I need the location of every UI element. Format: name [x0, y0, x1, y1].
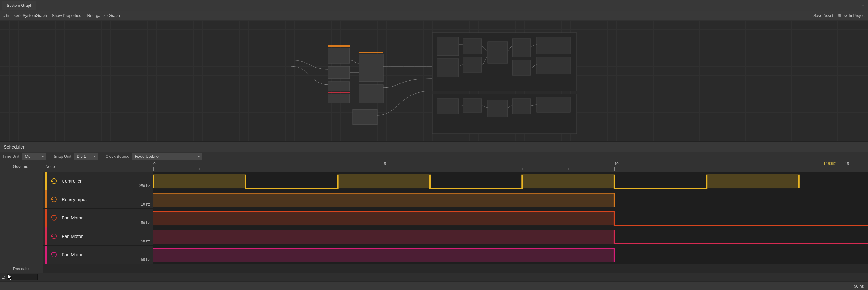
svg-rect-25: [537, 97, 570, 112]
ruler-tick: 10: [614, 162, 618, 166]
show-in-project-button[interactable]: Show In Project: [838, 13, 866, 18]
track-row: Fan Motor50 hz: [43, 227, 868, 245]
svg-rect-33: [153, 249, 614, 262]
scheduler-controls: Time Unit Ms Snap Unit Div 1 Clock Sourc…: [0, 152, 868, 161]
track-hz: 250 hz: [139, 184, 150, 188]
window-controls: ⋮ ◻ ✕: [848, 3, 866, 8]
svg-rect-24: [512, 98, 531, 114]
track-color-bar: [45, 209, 47, 227]
menu-icon[interactable]: ⋮: [848, 3, 853, 8]
clock-source-dropdown[interactable]: Fixed Update: [132, 153, 203, 160]
track-lane[interactable]: [153, 172, 868, 190]
svg-rect-2: [328, 82, 350, 91]
svg-rect-23: [488, 100, 507, 117]
prescaler-input-row: 1:: [0, 273, 868, 281]
svg-rect-21: [437, 98, 459, 114]
svg-rect-6: [353, 109, 377, 124]
svg-rect-13: [437, 59, 459, 77]
track-name: Controller: [62, 178, 82, 183]
track-row: Controller250 hz: [43, 172, 868, 190]
track-label[interactable]: Fan Motor50 hz: [43, 227, 153, 245]
svg-rect-17: [512, 39, 531, 57]
track-row: Fan Motor50 hz: [43, 209, 868, 227]
track-color-bar: [45, 190, 47, 208]
svg-rect-30: [153, 193, 614, 207]
svg-rect-18: [512, 60, 531, 76]
track-hz: 50 hz: [141, 258, 150, 262]
svg-rect-28: [522, 175, 615, 188]
ruler-tick: 15: [845, 162, 849, 166]
snap-unit-dropdown[interactable]: Div 1: [73, 153, 98, 160]
node-graph-thumbnail: [291, 26, 580, 137]
svg-rect-20: [537, 57, 570, 74]
svg-rect-1: [328, 66, 350, 79]
scheduler-title: Scheduler: [4, 144, 25, 149]
track-lane[interactable]: [153, 209, 868, 227]
svg-rect-12: [437, 37, 459, 56]
tab-system-graph[interactable]: System Graph: [2, 1, 36, 10]
governor-header: Governor: [0, 161, 43, 172]
svg-rect-8: [359, 52, 383, 53]
svg-rect-5: [359, 85, 383, 103]
popout-icon[interactable]: ◻: [855, 3, 860, 8]
time-unit-label: Time Unit: [2, 154, 19, 158]
time-unit-dropdown[interactable]: Ms: [22, 153, 46, 160]
track-color-bar: [45, 172, 47, 190]
ruler-marker: 14.5367: [824, 162, 836, 166]
svg-rect-7: [328, 46, 350, 47]
track-lane[interactable]: [153, 245, 868, 264]
track-hz: 10 hz: [141, 202, 150, 206]
track-color-bar: [45, 227, 47, 245]
track-name: Fan Motor: [62, 215, 83, 220]
snap-unit-label: Snap Unit: [54, 154, 71, 158]
status-bar: 50 hz: [0, 282, 868, 290]
track-row: Fan Motor50 hz: [43, 245, 868, 264]
track-label[interactable]: Fan Motor50 hz: [43, 209, 153, 227]
cycle-icon: [50, 250, 59, 259]
show-properties-button[interactable]: Show Properties: [51, 13, 82, 18]
track-label[interactable]: Rotary Input10 hz: [43, 190, 153, 208]
svg-rect-26: [153, 175, 246, 188]
track-color-bar: [45, 245, 47, 264]
track-name: Fan Motor: [62, 234, 83, 239]
svg-rect-9: [328, 92, 350, 93]
svg-rect-29: [707, 175, 799, 188]
scheduler-header: Scheduler: [0, 142, 868, 152]
svg-rect-4: [359, 54, 383, 82]
save-asset-button[interactable]: Save Asset: [813, 13, 833, 18]
prescaler-label: Prescaler: [0, 264, 43, 273]
cycle-icon: [50, 176, 59, 186]
svg-rect-22: [463, 98, 482, 112]
svg-rect-3: [328, 94, 350, 103]
graph-viewport[interactable]: [0, 20, 868, 142]
track-label[interactable]: Controller250 hz: [43, 172, 153, 190]
toolbar: Ultimaker2.SystemGraph Show Properties R…: [0, 11, 868, 20]
track-label[interactable]: Fan Motor50 hz: [43, 245, 153, 264]
reorganize-graph-button[interactable]: Reorganize Graph: [86, 13, 121, 18]
svg-rect-32: [153, 230, 614, 244]
governor-column: Governor Prescaler: [0, 161, 43, 273]
svg-rect-19: [537, 37, 570, 54]
cycle-icon: [50, 195, 59, 204]
timeline-ruler[interactable]: 05101514.5367: [153, 161, 868, 172]
prescaler-input-label: 1:: [2, 275, 5, 280]
ruler-tick: 0: [153, 162, 155, 166]
svg-rect-27: [338, 175, 430, 188]
ruler-tick: 5: [384, 162, 386, 166]
cycle-icon: [50, 213, 59, 223]
track-hz: 50 hz: [141, 239, 150, 243]
status-rate: 50 hz: [854, 284, 864, 288]
breadcrumb[interactable]: Ultimaker2.SystemGraph: [2, 13, 47, 18]
node-header: Node: [43, 161, 153, 172]
track-lane[interactable]: [153, 227, 868, 245]
clock-source-label: Clock Source: [105, 154, 129, 158]
svg-rect-31: [153, 212, 614, 225]
svg-rect-16: [488, 42, 507, 63]
close-icon[interactable]: ✕: [861, 3, 866, 8]
track-hz: 50 hz: [141, 221, 150, 225]
track-name: Rotary Input: [62, 197, 87, 202]
cycle-icon: [50, 232, 59, 241]
svg-rect-0: [328, 48, 350, 63]
track-row: Rotary Input10 hz: [43, 190, 868, 209]
track-lane[interactable]: [153, 190, 868, 208]
